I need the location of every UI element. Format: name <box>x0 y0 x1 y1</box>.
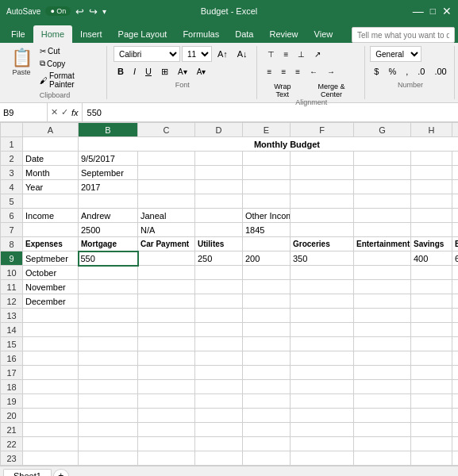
cell-G22[interactable] <box>354 437 411 451</box>
cell-G10[interactable] <box>354 266 411 280</box>
cell-D13[interactable] <box>195 309 243 323</box>
increase-decimal-btn[interactable]: .0 <box>414 63 429 79</box>
cell-C2[interactable] <box>138 152 195 166</box>
cell-H16[interactable] <box>411 351 452 366</box>
col-header-G[interactable]: G <box>354 123 411 137</box>
cell-G7[interactable] <box>354 223 411 237</box>
tab-home[interactable]: Home <box>33 25 72 43</box>
confirm-formula-icon[interactable]: ✓ <box>61 107 68 117</box>
cell-E8[interactable] <box>243 237 291 251</box>
cell-F5[interactable] <box>291 194 354 209</box>
autosave-toggle[interactable]: ● On <box>45 6 71 16</box>
cell-H14[interactable] <box>411 323 452 337</box>
cell-H9[interactable]: 400 <box>411 251 452 266</box>
cell-F13[interactable] <box>291 309 354 323</box>
cell-A23[interactable] <box>23 451 79 466</box>
col-header-F[interactable]: F <box>291 123 354 137</box>
cell-A9[interactable]: Septmeber <box>23 251 79 266</box>
cell-I4[interactable] <box>452 180 459 194</box>
cell-E7[interactable]: 1845 <box>243 223 291 237</box>
cell-D4[interactable] <box>195 180 243 194</box>
cell-C4[interactable] <box>138 180 195 194</box>
col-header-D[interactable]: D <box>195 123 243 137</box>
cell-C15[interactable] <box>138 337 195 351</box>
row-header-14[interactable]: 14 <box>1 323 23 337</box>
align-center-btn[interactable]: ≡ <box>277 63 290 79</box>
add-sheet-button[interactable]: + <box>53 469 69 477</box>
cell-G20[interactable] <box>354 409 411 423</box>
cell-D2[interactable] <box>195 152 243 166</box>
cell-F21[interactable] <box>291 423 354 437</box>
tab-data[interactable]: Data <box>227 25 261 43</box>
cell-F9[interactable]: 350 <box>291 251 354 266</box>
cell-H15[interactable] <box>411 337 452 351</box>
cell-I21[interactable] <box>452 423 459 437</box>
cell-H20[interactable] <box>411 409 452 423</box>
orientation-btn[interactable]: ↗ <box>310 46 325 62</box>
italic-button[interactable]: I <box>129 63 140 79</box>
cell-B18[interactable] <box>79 380 138 394</box>
cell-A13[interactable] <box>23 309 79 323</box>
cell-C7[interactable]: N/A <box>138 223 195 237</box>
cell-B12[interactable] <box>79 294 138 309</box>
row-header-18[interactable]: 18 <box>1 380 23 394</box>
cell-D10[interactable] <box>195 266 243 280</box>
cell-H10[interactable] <box>411 266 452 280</box>
cell-E22[interactable] <box>243 437 291 451</box>
cell-H22[interactable] <box>411 437 452 451</box>
cell-C13[interactable] <box>138 309 195 323</box>
cell-D23[interactable] <box>195 451 243 466</box>
align-top-btn[interactable]: ⊤ <box>264 46 279 62</box>
cell-H4[interactable] <box>411 180 452 194</box>
cell-D5[interactable] <box>195 194 243 209</box>
cell-H3[interactable] <box>411 166 452 180</box>
cell-D17[interactable] <box>195 366 243 380</box>
cell-D14[interactable] <box>195 323 243 337</box>
cell-D18[interactable] <box>195 380 243 394</box>
cell-C22[interactable] <box>138 437 195 451</box>
cell-C3[interactable] <box>138 166 195 180</box>
cell-F3[interactable] <box>291 166 354 180</box>
cell-A18[interactable] <box>23 380 79 394</box>
cell-B16[interactable] <box>79 351 138 366</box>
row-header-21[interactable]: 21 <box>1 423 23 437</box>
cell-B7[interactable]: 2500 <box>79 223 138 237</box>
cell-A11[interactable]: November <box>23 280 79 294</box>
cell-C23[interactable] <box>138 451 195 466</box>
cell-I8[interactable]: Baby Stuff <box>452 237 459 251</box>
cell-D9[interactable]: 250 <box>195 251 243 266</box>
cell-D7[interactable] <box>195 223 243 237</box>
cell-A17[interactable] <box>23 366 79 380</box>
col-header-E[interactable]: E <box>243 123 291 137</box>
cell-E18[interactable] <box>243 380 291 394</box>
tab-formulas[interactable]: Formulas <box>175 25 227 43</box>
cell-F19[interactable] <box>291 394 354 409</box>
cut-button[interactable]: ✂ Cut <box>37 46 102 56</box>
cell-A21[interactable] <box>23 423 79 437</box>
cell-H5[interactable] <box>411 194 452 209</box>
cell-C6[interactable]: Janeal <box>138 209 195 223</box>
cell-E10[interactable] <box>243 266 291 280</box>
cell-A20[interactable] <box>23 409 79 423</box>
row-header-23[interactable]: 23 <box>1 451 23 466</box>
cell-F23[interactable] <box>291 451 354 466</box>
cell-I5[interactable] <box>452 194 459 209</box>
insert-function-icon[interactable]: fx <box>71 108 79 117</box>
cell-E19[interactable] <box>243 394 291 409</box>
tab-page-layout[interactable]: Page Layout <box>110 25 175 43</box>
tab-view[interactable]: View <box>306 25 341 43</box>
cell-I18[interactable] <box>452 380 459 394</box>
cell-A2[interactable]: Date <box>23 152 79 166</box>
cell-C12[interactable] <box>138 294 195 309</box>
row-header-15[interactable]: 15 <box>1 337 23 351</box>
cell-A22[interactable] <box>23 437 79 451</box>
row-header-13[interactable]: 13 <box>1 309 23 323</box>
align-bottom-btn[interactable]: ⊥ <box>294 46 309 62</box>
dollar-btn[interactable]: $ <box>370 63 383 79</box>
cell-C16[interactable] <box>138 351 195 366</box>
cell-I12[interactable] <box>452 294 459 309</box>
cell-H2[interactable] <box>411 152 452 166</box>
cell-B5[interactable] <box>79 194 138 209</box>
tab-file[interactable]: File <box>3 25 33 43</box>
cell-A19[interactable] <box>23 394 79 409</box>
